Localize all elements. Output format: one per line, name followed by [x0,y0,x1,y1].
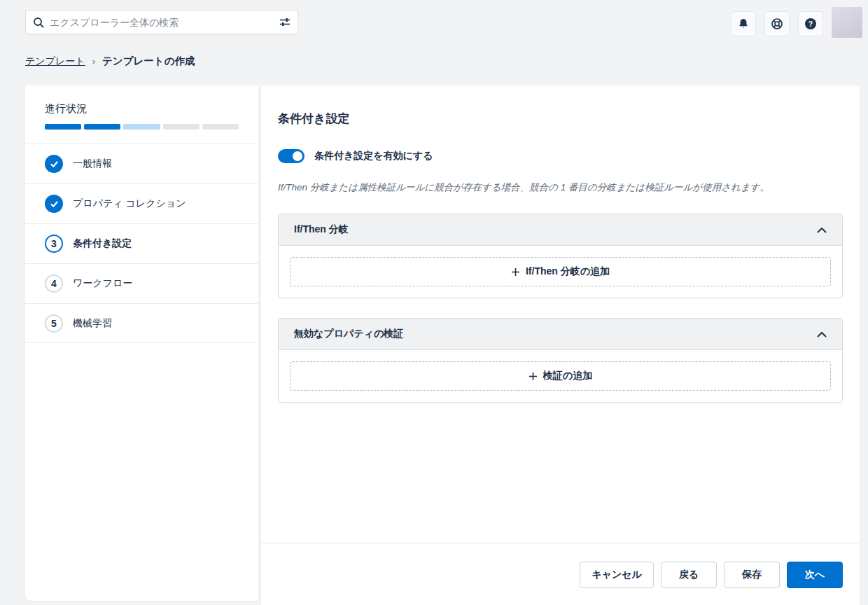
wizard-footer: キャンセル 戻る 保存 次へ [261,543,860,605]
conditional-settings-toggle[interactable] [278,149,304,163]
progress-label: 進行状況 [45,102,239,116]
step-general-info[interactable]: 一般情報 [25,144,258,183]
wizard-sidebar: 進行状況 一般情報 [25,85,258,601]
section-title: If/Then 分岐 [294,223,349,236]
question-icon: ? [804,18,817,30]
toggle-label: 条件付き設定を有効にする [314,150,433,162]
step-number: 4 [45,274,63,293]
notifications-button[interactable] [731,11,756,36]
conflict-description: If/Then 分岐または属性検証ルールに競合が存在する場合、競合の 1 番目の… [278,181,843,194]
step-label: 条件付き設定 [73,237,132,250]
page-title: 条件付き設定 [278,111,843,127]
ifthen-section: If/Then 分岐 [278,214,843,298]
breadcrumb-separator-icon: › [92,56,95,67]
progress-segment-4 [163,124,200,130]
add-validation-button[interactable]: 検証の追加 [290,361,831,391]
chevron-up-icon[interactable] [817,223,827,236]
add-ifthen-branch-button[interactable]: If/Then 分岐の追加 [290,257,831,286]
plus-icon [528,372,538,381]
back-button[interactable]: 戻る [661,562,717,588]
step-conditional-settings[interactable]: 3 条件付き設定 [25,223,258,263]
lifebuoy-icon [771,18,783,30]
main-content: 条件付き設定 条件付き設定を有効にする If/Then 分岐または属性検証ルール… [261,102,860,403]
chevron-up-icon[interactable] [817,328,827,340]
breadcrumb: テンプレート › テンプレートの作成 [25,55,195,68]
cancel-button[interactable]: キャンセル [580,562,654,588]
help-button[interactable]: ? [798,11,823,36]
step-complete-check-icon [45,155,63,173]
save-button[interactable]: 保存 [724,562,780,588]
add-button-label: If/Then 分岐の追加 [526,265,610,278]
section-title: 無効なプロパティの検証 [294,328,403,340]
toggle-row: 条件付き設定を有効にする [278,149,843,163]
breadcrumb-link-templates[interactable]: テンプレート [25,55,85,68]
validation-section-body: 検証の追加 [279,350,842,402]
step-complete-check-icon [45,195,63,213]
step-label: プロパティ コレクション [73,197,186,210]
content-area: 進行状況 一般情報 [25,85,860,605]
bell-icon [737,18,750,30]
step-workflow[interactable]: 4 ワークフロー [25,263,258,303]
step-label: ワークフロー [73,277,132,290]
search-icon [33,17,44,28]
main-panel: 条件付き設定 条件付き設定を有効にする If/Then 分岐または属性検証ルール… [261,85,860,605]
step-label: 機械学習 [73,317,112,330]
footer-buttons: キャンセル 戻る 保存 次へ [261,543,860,605]
search-input[interactable] [50,17,274,28]
svg-text:?: ? [808,20,813,28]
step-number: 3 [45,235,63,253]
topbar-actions: ? [731,7,862,38]
step-label: 一般情報 [73,158,112,170]
progress-segment-2 [84,124,120,130]
validation-section-header[interactable]: 無効なプロパティの検証 [279,319,842,350]
step-machine-learning[interactable]: 5 機械学習 [25,303,258,343]
progress-segment-5 [202,124,239,130]
progress-segment-1 [45,124,81,130]
toggle-knob [293,151,302,161]
search-filter-icon[interactable] [279,18,290,27]
avatar[interactable] [832,7,862,38]
ifthen-section-body: If/Then 分岐の追加 [279,246,842,298]
plus-icon [511,267,520,277]
support-button[interactable] [764,11,790,36]
progress-block: 進行状況 [25,85,258,144]
add-button-label: 検証の追加 [543,370,592,382]
progress-bar [45,124,239,130]
step-number: 5 [45,314,63,333]
step-property-collection[interactable]: プロパティ コレクション [25,183,258,223]
next-button[interactable]: 次へ [787,562,843,588]
ifthen-section-header[interactable]: If/Then 分岐 [279,214,842,246]
topbar: ? [0,0,868,45]
breadcrumb-current: テンプレートの作成 [102,55,195,68]
validation-section: 無効なプロパティの検証 [278,318,843,403]
progress-segment-3 [123,124,160,130]
wizard-steps: 一般情報 プロパティ コレクション 3 条件付き設定 4 ワークフロー 5 [25,144,258,343]
global-search[interactable] [25,10,298,34]
